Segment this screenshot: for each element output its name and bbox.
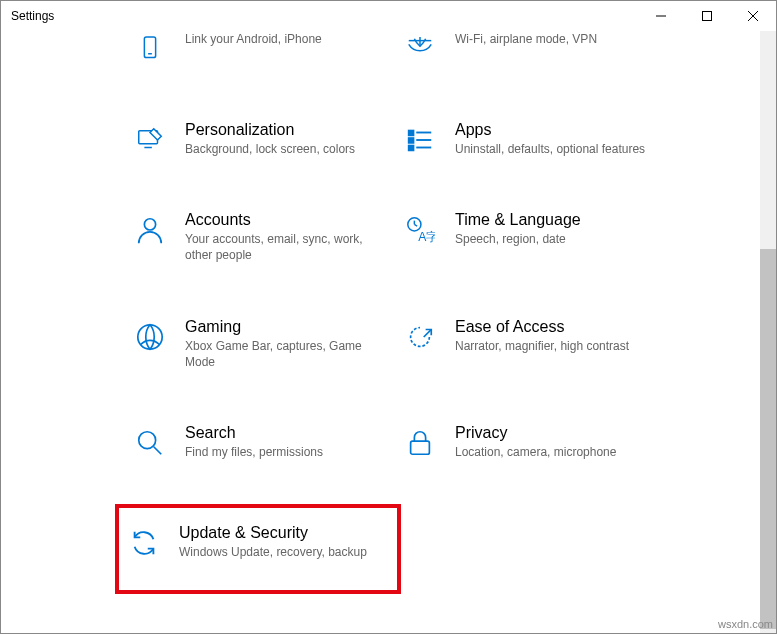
category-title: Personalization <box>185 121 399 139</box>
gaming-icon <box>133 320 167 354</box>
svg-line-19 <box>414 225 417 227</box>
svg-rect-1 <box>703 12 712 21</box>
content-area: Link your Android, iPhone Wi-Fi, airplan… <box>1 31 760 633</box>
category-title: Gaming <box>185 318 399 336</box>
svg-text:A字: A字 <box>418 230 435 244</box>
category-title: Privacy <box>455 424 669 442</box>
category-network[interactable]: Wi-Fi, airplane mode, VPN <box>401 31 671 71</box>
ease-of-access-icon <box>403 320 437 354</box>
phone-icon <box>133 33 167 67</box>
category-ease-of-access[interactable]: Ease of Access Narrator, magnifier, high… <box>401 314 671 374</box>
category-phone[interactable]: Link your Android, iPhone <box>131 31 401 71</box>
maximize-button[interactable] <box>684 1 730 31</box>
svg-point-16 <box>144 219 155 230</box>
vertical-scrollbar[interactable] <box>760 31 776 633</box>
titlebar: Settings <box>1 1 776 31</box>
minimize-button[interactable] <box>638 1 684 31</box>
svg-rect-12 <box>409 146 414 151</box>
category-title: Search <box>185 424 399 442</box>
category-desc: Location, camera, microphone <box>455 444 669 460</box>
accounts-icon <box>133 213 167 247</box>
apps-icon <box>403 123 437 157</box>
category-desc: Find my files, permissions <box>185 444 399 460</box>
privacy-icon <box>403 426 437 460</box>
category-personalization[interactable]: Personalization Background, lock screen,… <box>131 117 401 161</box>
category-desc: Xbox Game Bar, captures, Game Mode <box>185 338 399 370</box>
category-update-security[interactable]: Update & Security Windows Update, recove… <box>115 504 401 594</box>
category-privacy[interactable]: Privacy Location, camera, microphone <box>401 420 671 464</box>
category-apps[interactable]: Apps Uninstall, defaults, optional featu… <box>401 117 671 161</box>
svg-rect-10 <box>409 131 414 136</box>
svg-rect-25 <box>411 441 430 454</box>
category-desc: Link your Android, iPhone <box>185 31 399 47</box>
update-security-icon <box>127 526 161 560</box>
category-desc: Wi-Fi, airplane mode, VPN <box>455 31 669 47</box>
close-button[interactable] <box>730 1 776 31</box>
search-icon <box>133 426 167 460</box>
globe-icon <box>403 33 437 67</box>
window-title: Settings <box>11 9 638 23</box>
personalization-icon <box>133 123 167 157</box>
category-title: Ease of Access <box>455 318 669 336</box>
time-language-icon: A字 <box>403 213 437 247</box>
category-desc: Background, lock screen, colors <box>185 141 399 157</box>
svg-line-22 <box>424 329 432 337</box>
watermark: wsxdn.com <box>718 618 773 630</box>
svg-rect-11 <box>409 138 414 143</box>
scrollbar-thumb[interactable] <box>760 249 776 629</box>
category-desc: Windows Update, recovery, backup <box>179 544 389 560</box>
category-title: Time & Language <box>455 211 669 229</box>
category-gaming[interactable]: Gaming Xbox Game Bar, captures, Game Mod… <box>131 314 401 374</box>
category-desc: Narrator, magnifier, high contrast <box>455 338 669 354</box>
category-title: Apps <box>455 121 669 139</box>
category-desc: Speech, region, date <box>455 231 669 247</box>
category-time-language[interactable]: A字 Time & Language Speech, region, date <box>401 207 671 267</box>
svg-point-23 <box>139 432 156 449</box>
category-title: Accounts <box>185 211 399 229</box>
settings-grid: Link your Android, iPhone Wi-Fi, airplan… <box>1 31 760 614</box>
category-accounts[interactable]: Accounts Your accounts, email, sync, wor… <box>131 207 401 267</box>
category-desc: Your accounts, email, sync, work, other … <box>185 231 399 263</box>
svg-point-21 <box>138 324 162 348</box>
category-desc: Uninstall, defaults, optional features <box>455 141 669 157</box>
svg-line-24 <box>154 447 162 455</box>
category-title: Update & Security <box>179 524 389 542</box>
category-search[interactable]: Search Find my files, permissions <box>131 420 401 464</box>
